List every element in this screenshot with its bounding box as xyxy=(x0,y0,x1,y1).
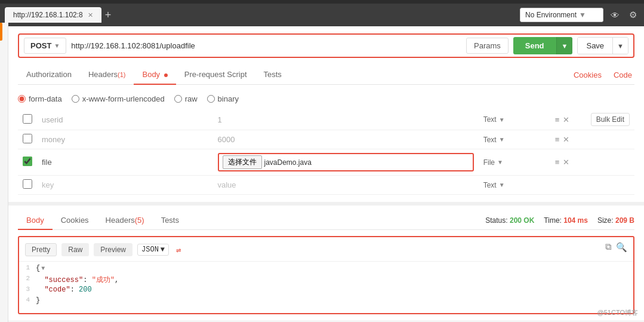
code-toolbar: Pretty Raw Preview JSON ▼ ⇌ ⧉ 🔍 xyxy=(19,241,633,262)
code-line: 3 "code": 200 xyxy=(19,286,633,296)
type-chevron-icon[interactable]: ▼ xyxy=(497,159,503,165)
row-checkbox[interactable] xyxy=(23,134,32,143)
urlencoded-radio[interactable] xyxy=(72,95,79,103)
watermark: @51CTO博客 xyxy=(597,308,638,317)
search-icon[interactable]: 🔍 xyxy=(616,242,627,253)
format-chevron-icon: ▼ xyxy=(161,246,165,254)
tab-headers[interactable]: Headers(1) xyxy=(80,65,134,85)
eye-icon-button[interactable]: 👁 xyxy=(608,8,622,23)
type-chevron-icon[interactable]: ▼ xyxy=(499,136,505,143)
form-data-radio-label[interactable]: form-data xyxy=(18,94,62,103)
send-button-group: Send ▼ xyxy=(513,37,573,54)
tab-close-button[interactable]: ✕ xyxy=(88,11,93,19)
send-button[interactable]: Send xyxy=(513,37,556,54)
request-tabs: Authorization Headers(1) Body Pre-reques… xyxy=(18,65,634,85)
tab-body[interactable]: Body xyxy=(134,65,175,85)
tab-authorization[interactable]: Authorization xyxy=(18,65,80,85)
row-menu-icon[interactable]: ≡ xyxy=(555,135,560,144)
choose-file-button[interactable]: 选择文件 xyxy=(223,155,262,169)
code-viewer: Pretty Raw Preview JSON ▼ ⇌ ⧉ 🔍 1 {▼ 2 xyxy=(18,236,634,314)
new-tab-button[interactable]: + xyxy=(105,10,112,20)
row-key: money xyxy=(42,135,65,144)
raw-radio[interactable] xyxy=(174,95,182,103)
size-label: Size: 209 B xyxy=(597,216,634,225)
copy-icon[interactable]: ⧉ xyxy=(605,242,612,253)
row-delete-icon[interactable]: ✕ xyxy=(563,158,569,167)
tab-bar: http://192.168.1.102:8 ✕ + No Environmen… xyxy=(0,4,644,26)
resp-headers-badge: (5) xyxy=(135,216,144,225)
body-dot-indicator xyxy=(164,73,168,77)
format-selector[interactable]: JSON ▼ xyxy=(137,244,169,256)
browser-tab[interactable]: http://192.168.1.102:8 ✕ xyxy=(5,7,101,23)
row-checkbox[interactable] xyxy=(23,114,32,124)
type-chevron-icon[interactable]: ▼ xyxy=(499,116,505,123)
type-label: File xyxy=(483,158,495,167)
table-row: file 选择文件 javaDemo.java File ▼ xyxy=(18,149,634,176)
environment-selector[interactable]: No Environment ▼ xyxy=(520,8,603,22)
response-status-bar: Status: 200 OK Time: 104 ms Size: 209 B xyxy=(485,216,634,225)
raw-tab[interactable]: Raw xyxy=(61,243,89,256)
row-delete-icon[interactable]: ✕ xyxy=(563,115,569,124)
row-key: userid xyxy=(42,115,63,124)
row-key: file xyxy=(42,158,52,167)
cookies-link[interactable]: Cookies xyxy=(571,66,604,84)
params-button[interactable]: Params xyxy=(466,38,509,54)
resp-tab-tests[interactable]: Tests xyxy=(153,211,187,230)
binary-radio[interactable] xyxy=(207,95,215,103)
resp-tab-headers[interactable]: Headers(5) xyxy=(97,211,153,230)
resp-tab-cookies[interactable]: Cookies xyxy=(53,211,97,230)
url-bar: POST ▼ Params Send ▼ Save ▼ xyxy=(18,33,634,58)
row-value: 1 xyxy=(218,115,222,124)
wrap-icon[interactable]: ⇌ xyxy=(176,245,181,255)
status-label: Status: 200 OK xyxy=(485,216,534,225)
send-dropdown-button[interactable]: ▼ xyxy=(556,37,573,54)
urlencoded-radio-label[interactable]: x-www-form-urlencoded xyxy=(72,94,165,103)
orange-indicator xyxy=(0,23,2,41)
binary-radio-label[interactable]: binary xyxy=(207,94,239,103)
tab-right-links: Cookies Code xyxy=(571,66,634,84)
raw-radio-label[interactable]: raw xyxy=(174,94,198,103)
row-checkbox[interactable] xyxy=(23,157,32,166)
row-delete-icon[interactable]: ✕ xyxy=(563,135,569,144)
method-selector[interactable]: POST ▼ xyxy=(24,38,66,54)
type-label: Text xyxy=(483,115,497,124)
top-right-controls: No Environment ▼ 👁 ⚙ xyxy=(520,7,639,23)
body-type-selector: form-data x-www-form-urlencoded raw bina… xyxy=(18,91,634,109)
response-section: Body Cookies Headers(5) Tests Status: 20… xyxy=(8,202,644,320)
save-dropdown-button[interactable]: ▼ xyxy=(612,38,628,54)
row-value: value xyxy=(218,180,236,189)
form-data-radio[interactable] xyxy=(18,95,26,103)
method-label: POST xyxy=(30,41,51,50)
save-button[interactable]: Save xyxy=(578,38,612,54)
type-label: Text xyxy=(483,136,497,144)
row-menu-icon[interactable]: ≡ xyxy=(555,115,560,124)
status-value: 200 OK xyxy=(510,216,534,225)
code-lines: 1 {▼ 2 "success": "成功", 3 "code": 200 4 … xyxy=(19,262,633,309)
type-label: Text xyxy=(483,181,497,189)
row-menu-icon[interactable]: ≡ xyxy=(555,158,560,167)
table-row: userid 1 Text ▼ ≡ ✕ xyxy=(18,109,634,130)
code-link[interactable]: Code xyxy=(611,66,634,84)
row-checkbox[interactable] xyxy=(23,179,32,189)
bulk-edit-button[interactable]: Bulk Edit xyxy=(591,113,630,126)
row-key: key xyxy=(42,180,54,189)
env-chevron-icon: ▼ xyxy=(579,11,586,19)
type-chevron-icon[interactable]: ▼ xyxy=(499,182,505,188)
pretty-tab[interactable]: Pretty xyxy=(25,243,57,256)
resp-tab-body[interactable]: Body xyxy=(18,211,53,230)
tab-prerequest[interactable]: Pre-request Script xyxy=(176,65,255,85)
method-chevron-icon: ▼ xyxy=(54,42,60,49)
preview-tab[interactable]: Preview xyxy=(94,243,133,256)
collapse-toggle[interactable]: ▼ xyxy=(41,265,45,272)
url-input[interactable] xyxy=(71,41,461,50)
tab-tests[interactable]: Tests xyxy=(255,65,290,85)
gear-icon-button[interactable]: ⚙ xyxy=(627,7,639,23)
file-input-box: 选择文件 javaDemo.java xyxy=(218,153,474,171)
headers-badge: (1) xyxy=(118,71,125,78)
row-value: 6000 xyxy=(218,135,235,144)
save-button-group: Save ▼ xyxy=(577,37,628,54)
main-content: POST ▼ Params Send ▼ Save ▼ Authorizatio… xyxy=(8,26,644,202)
time-label: Time: 104 ms xyxy=(544,216,588,225)
format-label: JSON xyxy=(141,246,159,254)
table-row: key value Text ▼ xyxy=(18,176,634,195)
